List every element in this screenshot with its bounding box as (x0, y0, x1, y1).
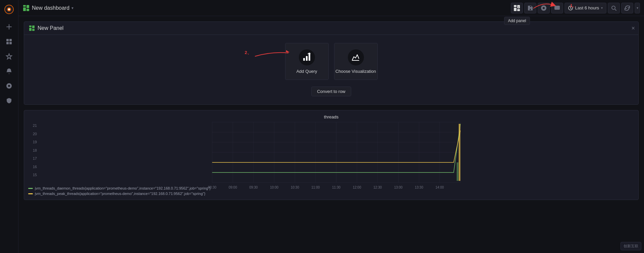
add-query-btn[interactable]: Add Query (285, 43, 329, 80)
shield-icon[interactable] (2, 94, 16, 107)
add-panel-tooltip: Add panel (504, 17, 530, 25)
chart-svg-container: 08:30 09:00 09:30 10:00 10:30 11:00 11:3… (38, 122, 634, 184)
x-label-1400: 14:00 (435, 186, 444, 189)
search-icon (611, 5, 617, 11)
time-range-btn[interactable]: Last 6 hours ▾ (565, 3, 606, 13)
svg-rect-4 (9, 39, 12, 41)
sidebar (0, 0, 18, 253)
panel-modal: New Panel × 2、 (24, 21, 639, 105)
svg-point-2 (8, 8, 10, 10)
choose-viz-icon (348, 49, 364, 65)
svg-rect-5 (6, 42, 9, 44)
x-label-0830: 08:30 (208, 186, 216, 189)
svg-rect-8 (26, 5, 29, 8)
dashboard-title: New dashboard (32, 5, 69, 11)
x-label-1030: 10:30 (291, 186, 299, 189)
dashboard-chevron[interactable]: ▾ (71, 6, 73, 10)
explore-icon[interactable] (2, 50, 16, 63)
refresh-chevron-btn[interactable]: ▾ (635, 3, 640, 13)
svg-rect-19 (29, 26, 32, 27)
svg-rect-10 (26, 9, 29, 11)
legend-color-1 (28, 193, 33, 194)
svg-rect-6 (9, 42, 12, 44)
x-label-0900: 09:00 (229, 186, 237, 189)
chart-svg: 08:30 09:00 09:30 10:00 10:30 11:00 11:3… (38, 122, 634, 183)
legend-item-0: jvm_threads_daemon_threads{application="… (28, 186, 634, 190)
chart-legend: jvm_threads_daemon_threads{application="… (28, 186, 634, 196)
refresh-icon (624, 5, 630, 11)
svg-rect-21 (29, 28, 32, 31)
grafana-logo (2, 3, 16, 16)
refresh-btn[interactable] (621, 3, 633, 13)
time-range-chevron: ▾ (601, 6, 603, 10)
svg-rect-27 (352, 60, 359, 61)
y-label-15: 15 (28, 173, 37, 177)
x-label-1330: 13:30 (415, 186, 423, 189)
x-label-1200: 12:00 (353, 186, 361, 189)
add-query-icon (299, 49, 315, 65)
panel-header: New Panel × (24, 22, 638, 35)
save-dashboard-btn[interactable] (524, 3, 536, 13)
panel-header-icon (29, 25, 35, 31)
dashboard-icon[interactable] (2, 35, 16, 48)
watermark: 创新互联 (621, 242, 641, 250)
refresh-chevron: ▾ (637, 6, 638, 10)
y-label-19: 19 (28, 140, 37, 144)
annotation-2: 2、 (245, 50, 252, 56)
svg-rect-23 (303, 58, 305, 61)
svg-point-18 (612, 6, 615, 9)
x-label-0930: 09:30 (249, 186, 258, 189)
panel-body: 2、 (24, 35, 638, 104)
y-label-17: 17 (28, 156, 37, 160)
chart-title: threads (28, 114, 634, 119)
dashboard-title-area: New dashboard ▾ (22, 4, 73, 12)
svg-rect-22 (32, 29, 35, 31)
choose-visualization-label: Choose Visualization (335, 69, 376, 74)
add-query-label: Add Query (296, 69, 317, 74)
x-label-1100: 11:00 (311, 186, 320, 189)
save-icon (527, 5, 533, 11)
settings-btn[interactable] (538, 3, 550, 13)
add-icon[interactable] (2, 20, 16, 34)
content-area: New Panel × 2、 (18, 16, 644, 253)
chart-panel: threads 21 20 19 18 17 16 15 (24, 110, 639, 200)
svg-rect-24 (306, 56, 308, 61)
add-panel-btn[interactable]: + (511, 3, 523, 13)
main-area: New dashboard ▾ + Add panel (18, 0, 644, 253)
svg-text:+: + (518, 6, 520, 9)
y-label-20: 20 (28, 132, 37, 136)
topbar: New dashboard ▾ + Add panel (18, 0, 644, 16)
add-panel-container: + Add panel (511, 3, 523, 13)
svg-rect-13 (514, 8, 517, 11)
x-label-1300: 13:00 (394, 186, 402, 189)
choose-visualization-btn[interactable]: Choose Visualization (334, 43, 378, 80)
alerting-icon[interactable] (2, 64, 16, 78)
panel-title: New Panel (38, 25, 63, 31)
tv-icon (554, 5, 560, 11)
x-label-1000: 10:00 (270, 186, 278, 189)
panel-close-btn[interactable]: × (631, 25, 635, 31)
tv-mode-btn[interactable] (551, 3, 563, 13)
topbar-actions: + Add panel Last 6 hours ▾ (511, 3, 640, 13)
convert-to-row-btn[interactable]: Convert to row (311, 87, 351, 96)
time-range-label: Last 6 hours (575, 5, 599, 10)
search-btn[interactable] (608, 3, 620, 13)
x-label-1130: 11:30 (332, 186, 340, 189)
svg-rect-20 (32, 26, 35, 28)
configuration-icon[interactable] (2, 79, 16, 93)
x-label-1230: 12:30 (373, 186, 382, 189)
viz-icon (351, 53, 361, 62)
legend-text-0: jvm_threads_daemon_threads{application="… (35, 186, 211, 190)
svg-rect-16 (554, 6, 560, 10)
panel-options: 2、 (285, 43, 378, 80)
settings-icon (541, 5, 547, 11)
legend-text-1: jvm_threads_peak_threads{application="pr… (35, 192, 205, 196)
dashboard-title-icon (22, 4, 30, 12)
svg-rect-14 (517, 9, 520, 11)
svg-rect-3 (6, 39, 9, 41)
y-label-18: 18 (28, 148, 37, 152)
y-axis: 21 20 19 18 17 16 15 (28, 122, 38, 184)
chart-area: 21 20 19 18 17 16 15 (28, 122, 634, 184)
svg-rect-7 (23, 5, 26, 7)
add-panel-icon: + (514, 5, 520, 11)
